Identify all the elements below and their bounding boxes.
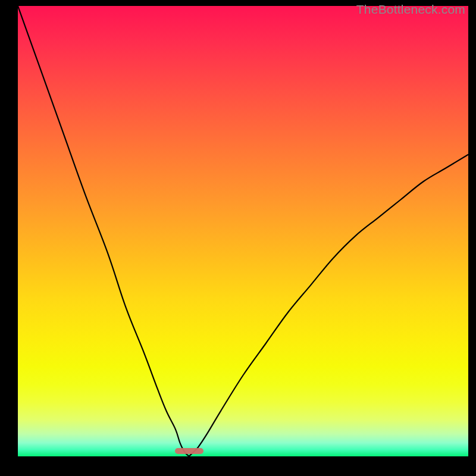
curve-left (18, 6, 189, 456)
chart-stage: TheBottleneck.com (0, 0, 476, 476)
watermark-text: TheBottleneck.com (356, 2, 465, 17)
optimum-marker (175, 448, 203, 454)
curve-layer (18, 6, 468, 456)
curve-right (189, 155, 468, 456)
plot-area (18, 6, 468, 456)
